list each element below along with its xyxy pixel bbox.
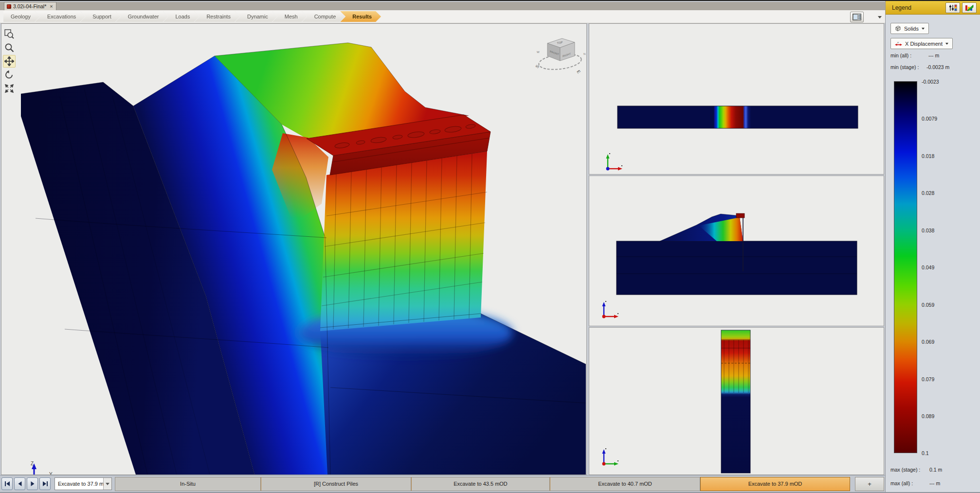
section-scene xyxy=(589,176,884,326)
contour-colorbar xyxy=(894,81,917,453)
stage-tab-excavate-40-7[interactable]: Excavate to 40.7 mOD xyxy=(550,477,700,491)
axis-z-label: Z xyxy=(31,461,34,466)
tab-compute[interactable]: Compute xyxy=(302,11,345,22)
axis-triad-main: Z Y X xyxy=(31,461,53,475)
stage-select-value: Excavate to 37.9 mOD xyxy=(55,481,103,487)
section-pile-cap xyxy=(736,213,744,218)
result-type-label: X Displacement xyxy=(905,41,943,47)
view-toolbar xyxy=(3,28,16,95)
scale-tick: 0.089 xyxy=(922,413,934,419)
scale-tick: 0.069 xyxy=(922,339,934,345)
view-cube[interactable]: S E N W TOP FRONT RIGHT xyxy=(534,38,585,74)
next-stage-button[interactable] xyxy=(27,477,38,490)
tab-dynamic[interactable]: Dynamic xyxy=(235,11,277,22)
chevron-down-icon xyxy=(945,43,948,45)
solids-dropdown-label: Solids xyxy=(904,26,919,32)
contour-settings-icon xyxy=(965,4,974,11)
tab-mesh[interactable]: Mesh xyxy=(272,11,307,22)
stage-tab-excavate-43-5[interactable]: Excavate to 43.5 mOD xyxy=(411,477,550,491)
stage-select-combobox[interactable]: Excavate to 37.9 mOD xyxy=(54,477,112,490)
legend-panel: Legend xyxy=(885,1,980,493)
soil-model xyxy=(21,43,586,475)
tab-restraints[interactable]: Restraints xyxy=(194,11,240,22)
tab-results[interactable]: Results xyxy=(340,11,381,22)
pan-icon[interactable] xyxy=(3,55,16,68)
chevron-down-icon xyxy=(878,16,882,18)
last-stage-button[interactable] xyxy=(39,477,51,490)
scale-tick: 0.079 xyxy=(922,376,934,382)
scale-tick: -0.0023 xyxy=(922,79,939,85)
rotate-icon[interactable] xyxy=(3,69,16,81)
previous-stage-button[interactable] xyxy=(14,477,25,490)
min-stage-value: -0.0023 m xyxy=(926,64,949,70)
axis-triad-plan xyxy=(606,153,623,171)
add-stage-button[interactable]: + xyxy=(855,477,884,491)
min-all-value: --- m xyxy=(928,53,939,58)
plan-scene xyxy=(589,24,884,174)
scale-tick: 0.0079 xyxy=(922,116,937,122)
svg-text:u: u xyxy=(897,41,899,44)
display-options-button[interactable] xyxy=(945,2,960,13)
min-all-label: min (all) : xyxy=(890,53,911,58)
layout-dropdown-button[interactable] xyxy=(876,13,883,21)
axis-y-label: Y xyxy=(49,472,53,475)
solids-dropdown[interactable]: Solids xyxy=(890,23,929,34)
stage-tabs: In-Situ [R] Construct Piles Excavate to … xyxy=(115,477,850,491)
max-stage-label: max (stage) : xyxy=(890,467,920,473)
app-document-icon xyxy=(7,4,11,9)
scale-tick: 0.038 xyxy=(922,228,934,233)
legend-title: Legend xyxy=(886,4,911,11)
stage-tab-construct-piles[interactable]: [R] Construct Piles xyxy=(261,477,411,491)
min-stage-label: min (stage) : xyxy=(890,64,919,70)
viewport-layout-icon xyxy=(853,14,861,20)
stage-tab-insitu[interactable]: In-Situ xyxy=(115,477,261,491)
section-soil-block xyxy=(617,241,857,295)
plan-viewport[interactable] xyxy=(589,23,884,175)
main-3d-viewport[interactable]: S E N W TOP FRONT RIGHT Z xyxy=(1,23,587,475)
stage-tab-excavate-37-9[interactable]: Excavate to 37.9 mOD xyxy=(700,477,850,491)
chevron-down-icon xyxy=(922,28,925,30)
axis-triad-section xyxy=(602,301,619,318)
max-stage-value: 0.1 m xyxy=(929,467,942,473)
close-icon[interactable]: × xyxy=(50,4,53,9)
compass-east-label: E xyxy=(576,69,581,74)
document-tab[interactable]: 3.02i-04-Final* × xyxy=(4,2,56,10)
solids-cube-icon xyxy=(895,25,901,32)
stage-bar: Excavate to 37.9 mOD In-Situ [R] Constru… xyxy=(0,475,885,492)
section-viewport[interactable] xyxy=(589,176,884,326)
zoom-window-icon[interactable] xyxy=(3,28,16,40)
contour-settings-button[interactable] xyxy=(962,2,977,13)
tab-groundwater[interactable]: Groundwater xyxy=(116,11,168,22)
column-soil-strip xyxy=(721,330,750,473)
application-window: 3.02i-04-Final* × Geology Excavations Su… xyxy=(0,0,980,493)
zoom-extents-icon[interactable] xyxy=(3,82,16,95)
combobox-arrow[interactable] xyxy=(103,478,111,490)
plan-soil-strip xyxy=(617,106,858,128)
scale-tick: 0.059 xyxy=(922,302,934,308)
document-title: 3.02i-04-Final* xyxy=(13,3,46,9)
scale-tick: 0.1 xyxy=(922,450,929,456)
zoom-icon[interactable] xyxy=(3,41,16,54)
result-type-dropdown[interactable]: u X Displacement xyxy=(890,38,953,49)
compass-west-label: W xyxy=(537,51,540,53)
tab-loads[interactable]: Loads xyxy=(163,11,199,22)
pile-wall xyxy=(320,151,487,331)
tab-support[interactable]: Support xyxy=(80,11,121,22)
display-options-icon xyxy=(948,4,957,11)
scale-tick: 0.028 xyxy=(922,190,934,196)
axis-triad-column xyxy=(602,448,619,466)
tab-geology[interactable]: Geology xyxy=(3,11,40,22)
legend-header: Legend xyxy=(886,1,980,15)
scale-tick: 0.049 xyxy=(922,264,934,270)
scale-tick: 0.018 xyxy=(922,153,934,159)
tab-excavations[interactable]: Excavations xyxy=(35,11,85,22)
column-viewport[interactable] xyxy=(589,327,884,475)
max-all-value: --- m xyxy=(929,480,940,486)
workflow-tab-bar: Geology Excavations Support Groundwater … xyxy=(0,10,885,23)
title-bar: 3.02i-04-Final* × xyxy=(0,2,885,10)
first-stage-button[interactable] xyxy=(1,477,13,490)
viewport-layout-button[interactable] xyxy=(850,12,864,22)
column-scene xyxy=(589,328,884,475)
model-3d-scene: S E N W TOP FRONT RIGHT Z xyxy=(1,24,586,475)
max-all-label: max (all) : xyxy=(890,480,913,486)
